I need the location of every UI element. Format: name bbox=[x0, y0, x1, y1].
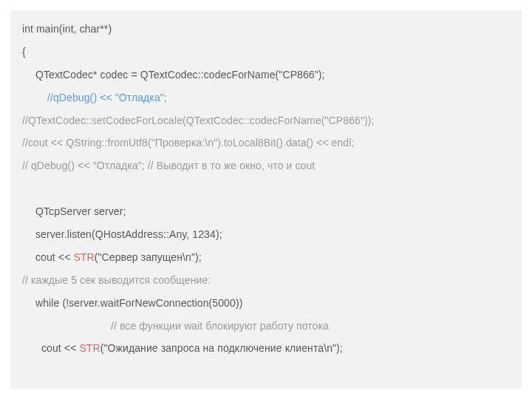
code-line-qdebug-comment: //qDebug() << "Отладка"; bbox=[22, 92, 510, 103]
code-line-server-decl: QTcpServer server; bbox=[22, 206, 510, 217]
code-frag-cout2: cout << bbox=[41, 342, 79, 354]
code-line-every5sec-comment: // каждые 5 сек выводится сообщение: bbox=[22, 275, 510, 286]
code-line-server-listen: server.listen(QHostAddress::Any, 1234); bbox=[22, 229, 510, 240]
code-line-blank bbox=[22, 183, 510, 194]
code-line-setcodec-comment: //QTextCodec::setCodecForLocale(QTextCod… bbox=[22, 115, 510, 126]
code-frag-cout1: cout << bbox=[35, 251, 73, 263]
code-panel: int main(int, char**) { QTextCodec* code… bbox=[10, 10, 522, 389]
code-frag-tail1: ("Сервер запущен\n"); bbox=[95, 251, 202, 263]
code-line-while: while (!server.waitForNewConnection(5000… bbox=[22, 298, 510, 309]
code-line-codec: QTextCodec* codec = QTextCodec::codecFor… bbox=[22, 69, 510, 81]
code-line-brace-open: { bbox=[22, 47, 510, 58]
code-line-cout-started: cout << STR("Сервер запущен\n"); bbox=[22, 252, 510, 263]
code-line-qdebug2-comment: // qDebug() << "Отладка"; // Выводит в т… bbox=[22, 160, 510, 171]
code-line-cout-comment: //cout << QString::fromUtf8("Проверка:\n… bbox=[22, 137, 510, 149]
code-frag-str2: STR bbox=[79, 342, 100, 354]
code-frag-tail2: ("Ожидание запроса на подключение клиент… bbox=[100, 342, 343, 354]
code-line-main: int main(int, char**) bbox=[22, 24, 510, 35]
code-line-waitblock-comment: // все функции wait блокируют работу пот… bbox=[22, 321, 510, 332]
code-line-cout-waiting: cout << STR("Ожидание запроса на подключ… bbox=[22, 343, 510, 354]
code-frag-str1: STR bbox=[73, 251, 94, 263]
